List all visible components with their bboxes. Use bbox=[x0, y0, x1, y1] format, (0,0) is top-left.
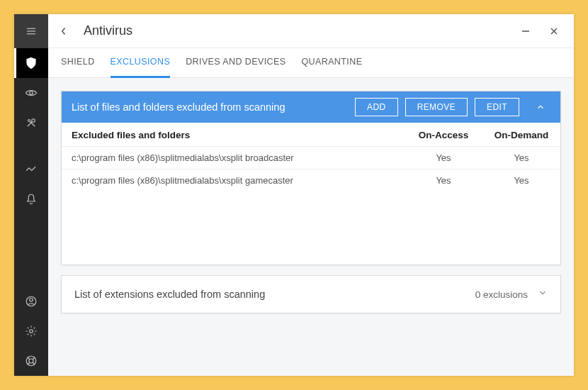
cell-demand: Yes bbox=[482, 147, 560, 169]
svg-point-9 bbox=[30, 330, 33, 333]
extensions-panel-title: List of extensions excluded from scannin… bbox=[74, 289, 475, 300]
sidebar-item-tools[interactable] bbox=[14, 108, 48, 138]
svg-text:B: B bbox=[29, 60, 33, 66]
tabs: SHIELD EXCLUSIONS DRIVES AND DEVICES QUA… bbox=[48, 48, 574, 78]
lifebuoy-icon bbox=[25, 355, 38, 367]
svg-point-11 bbox=[29, 359, 33, 363]
page-title: Antivirus bbox=[84, 23, 132, 38]
chevron-down-icon bbox=[538, 288, 548, 298]
app-window: B bbox=[14, 14, 574, 376]
table-row[interactable]: c:\program files (x86)\splitmedialabs\xs… bbox=[62, 147, 560, 169]
extensions-exclusions-panel: List of extensions excluded from scannin… bbox=[61, 275, 561, 313]
gear-icon bbox=[25, 325, 38, 338]
edit-button[interactable]: EDIT bbox=[475, 98, 519, 116]
cell-path: c:\program files (x86)\splitmedialabs\xs… bbox=[62, 147, 405, 169]
cell-demand: Yes bbox=[482, 169, 560, 192]
files-panel-header: List of files and folders excluded from … bbox=[62, 91, 560, 123]
minimize-icon bbox=[521, 27, 530, 35]
svg-point-4 bbox=[30, 91, 33, 95]
sidebar-item-activity[interactable] bbox=[14, 155, 48, 184]
main-area: Antivirus SHIELD EXCLUSIONS DRIVES AND D… bbox=[48, 14, 574, 376]
files-panel-title: List of files and folders excluded from … bbox=[72, 101, 348, 113]
cell-access: Yes bbox=[405, 147, 482, 169]
chevron-up-icon bbox=[536, 102, 545, 112]
sidebar: B bbox=[14, 14, 48, 376]
sidebar-item-notifications[interactable] bbox=[14, 184, 48, 214]
tab-quarantine[interactable]: QUARANTINE bbox=[301, 48, 362, 78]
expand-extensions-panel[interactable] bbox=[538, 288, 548, 301]
sidebar-item-privacy[interactable] bbox=[14, 78, 48, 108]
shield-b-icon: B bbox=[25, 57, 38, 69]
remove-button[interactable]: REMOVE bbox=[405, 98, 468, 116]
tab-drives-and-devices[interactable]: DRIVES AND DEVICES bbox=[186, 48, 285, 78]
activity-icon bbox=[25, 163, 38, 176]
col-access-header: On-Access bbox=[405, 123, 482, 147]
minimize-button[interactable] bbox=[511, 14, 540, 48]
svg-line-13 bbox=[33, 357, 35, 360]
tab-exclusions[interactable]: EXCLUSIONS bbox=[111, 48, 171, 78]
sidebar-item-settings[interactable] bbox=[14, 316, 48, 346]
exclusions-table: Excluded files and folders On-Access On-… bbox=[62, 123, 560, 191]
svg-point-8 bbox=[30, 299, 33, 302]
content: List of files and folders excluded from … bbox=[48, 78, 574, 376]
hamburger-icon bbox=[25, 25, 38, 38]
titlebar: Antivirus bbox=[48, 14, 574, 48]
close-button[interactable] bbox=[540, 14, 568, 48]
table-row[interactable]: c:\program files (x86)\splitmedialabs\xs… bbox=[62, 169, 560, 192]
extensions-count: 0 exclusions bbox=[475, 289, 528, 300]
files-panel-body: Excluded files and folders On-Access On-… bbox=[62, 123, 560, 264]
chevron-left-icon bbox=[57, 25, 70, 38]
cell-access: Yes bbox=[405, 169, 482, 192]
back-button[interactable] bbox=[48, 14, 79, 48]
svg-point-5 bbox=[32, 119, 35, 123]
tools-icon bbox=[25, 116, 38, 129]
add-button[interactable]: ADD bbox=[355, 98, 398, 116]
col-path-header: Excluded files and folders bbox=[62, 123, 405, 147]
cell-path: c:\program files (x86)\splitmedialabs\xs… bbox=[62, 169, 405, 192]
sidebar-item-support[interactable] bbox=[14, 346, 48, 376]
eye-icon bbox=[25, 87, 38, 99]
menu-toggle[interactable] bbox=[14, 14, 48, 48]
svg-point-6 bbox=[28, 120, 30, 122]
bell-icon bbox=[25, 193, 38, 206]
col-demand-header: On-Demand bbox=[482, 123, 560, 147]
svg-line-15 bbox=[33, 362, 35, 364]
svg-line-12 bbox=[28, 357, 30, 360]
files-exclusions-panel: List of files and folders excluded from … bbox=[61, 91, 561, 265]
extensions-panel-header[interactable]: List of extensions excluded from scannin… bbox=[62, 276, 560, 313]
sidebar-item-protection[interactable]: B bbox=[14, 48, 48, 78]
collapse-files-panel[interactable] bbox=[531, 102, 550, 112]
user-icon bbox=[25, 295, 38, 308]
sidebar-item-account[interactable] bbox=[14, 286, 48, 316]
close-icon bbox=[550, 27, 558, 35]
tab-shield[interactable]: SHIELD bbox=[61, 48, 95, 78]
svg-line-14 bbox=[28, 362, 30, 364]
